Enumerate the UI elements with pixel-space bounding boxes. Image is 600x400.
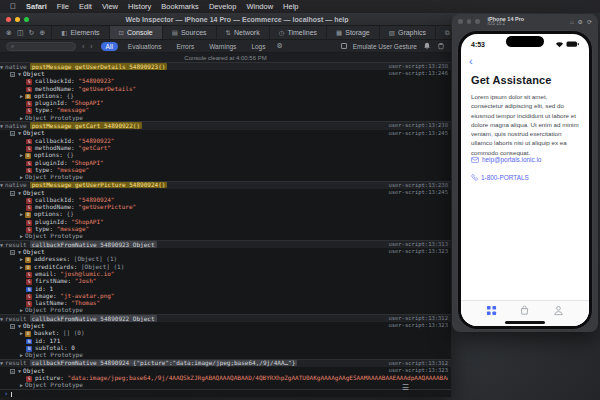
dock-side-icon[interactable]: ◫	[17, 29, 24, 37]
expand-caret-icon[interactable]: ▼	[18, 190, 21, 196]
console-prompt[interactable]: ›	[0, 390, 451, 397]
scope-all[interactable]: All	[101, 42, 118, 51]
console-settings-gear-icon[interactable]: ⚙	[276, 42, 282, 50]
expand-caret-icon[interactable]: ▶	[20, 115, 23, 121]
source-link[interactable]: user-script:13:323	[388, 248, 448, 255]
expand-caret-icon[interactable]: ▶	[20, 256, 23, 262]
tab-account-person-icon[interactable]	[553, 305, 564, 316]
menu-item-history[interactable]: History	[128, 2, 151, 11]
inspector-titlebar[interactable]: Web Inspector — iPhone 14 Pro — Ecommerc…	[0, 13, 451, 26]
object-property-row[interactable]: NsubTotal: 0	[0, 344, 451, 351]
object-property-row[interactable]: SpluginId: "ShopAPI"	[0, 159, 451, 166]
expand-caret-icon[interactable]: ▶	[20, 233, 23, 239]
expand-caret-icon[interactable]: ▼	[18, 130, 21, 136]
source-link[interactable]: user-script:13:246	[388, 70, 448, 77]
object-property-row[interactable]: ScallbackId: "54890924"	[0, 196, 451, 203]
scope-errors[interactable]: Errors	[171, 42, 199, 51]
menu-item-edit[interactable]: Edit	[79, 2, 92, 11]
object-prototype-row[interactable]: ▶Object Prototype	[0, 173, 451, 180]
object-prototype-row[interactable]: ▶Object Prototype	[0, 307, 451, 314]
expand-caret-icon[interactable]: ▶	[20, 93, 23, 99]
expand-caret-icon[interactable]: ▶	[20, 382, 23, 388]
window-controls[interactable]	[6, 17, 29, 22]
reload-icon[interactable]: ↻	[29, 29, 35, 37]
menu-item-window[interactable]: Window	[246, 2, 273, 11]
menu-item-app[interactable]: Safari	[26, 2, 47, 11]
expand-caret-icon[interactable]: ▼	[0, 360, 3, 366]
trash-icon[interactable]	[437, 42, 445, 50]
object-property-row[interactable]: SlastName: "Thomas"	[0, 300, 451, 307]
tab-elements[interactable]: ◧Elements	[51, 26, 108, 39]
object-property-row[interactable]: Nid: 1	[0, 285, 451, 292]
expand-caret-icon[interactable]: ▶	[20, 174, 23, 180]
device-target-icon[interactable]: ⊕	[39, 29, 45, 37]
source-link[interactable]: user-script:13:312	[388, 360, 448, 367]
log-header-row[interactable]: ▼resultcallbackFromNative 54890923 Objec…	[0, 241, 451, 248]
log-header-row[interactable]: ▼resultcallbackFromNative 54890924 {"pic…	[0, 360, 451, 367]
expand-caret-icon[interactable]: ▼	[18, 71, 21, 77]
object-root-row[interactable]: ≡▼Objectuser-script:13:245	[0, 189, 451, 196]
close-inspector-icon[interactable]: ⊗	[6, 29, 12, 37]
object-root-row[interactable]: ≡▼Objectuser-script:13:323	[0, 248, 451, 255]
object-root-row[interactable]: ≡▼Objectuser-script:13:246	[0, 70, 451, 77]
object-property-row[interactable]: ScallbackId: "54890923"	[0, 78, 451, 85]
object-property-row[interactable]: ▶Ooptions: {}	[0, 211, 451, 218]
back-chevron-icon[interactable]: ‹	[469, 56, 473, 66]
phone-link[interactable]: 1-800-PORTALS	[471, 174, 529, 181]
menu-item-develop[interactable]: Develop	[209, 2, 237, 11]
tab-timelines[interactable]: ◷Timelines	[269, 26, 326, 39]
sim-close-button[interactable]	[458, 19, 463, 24]
tab-network[interactable]: ⇅Network	[216, 26, 269, 39]
object-property-row[interactable]: ▶Ooptions: {}	[0, 152, 451, 159]
object-property-row[interactable]: SfirstName: "Josh"	[0, 278, 451, 285]
source-link[interactable]: user-script:13:313	[388, 241, 448, 248]
object-property-row[interactable]: SpluginId: "ShopAPI"	[0, 218, 451, 225]
tab-shopping-bag-icon[interactable]	[519, 305, 530, 316]
expand-caret-icon[interactable]: ▼	[0, 64, 3, 70]
tab-home-grid-icon[interactable]	[486, 305, 497, 316]
sim-zoom-button[interactable]	[475, 19, 480, 24]
console-filter-input[interactable]: ⌕	[6, 42, 76, 51]
expand-caret-icon[interactable]: ▶	[20, 152, 23, 158]
log-header-row[interactable]: ▼resultcallbackFromNative 54890922 Objec…	[0, 315, 451, 322]
emulate-user-gesture-checkbox[interactable]	[341, 43, 347, 49]
prev-next-icons[interactable]: ‹ ›	[82, 43, 95, 50]
expand-caret-icon[interactable]: ▶	[20, 211, 23, 217]
simulator-titlebar[interactable]: iPhone 14 Pro iOS 16.2 ⌂ ⚙ ⟳	[452, 14, 598, 29]
menu-item-bookmarks[interactable]: Bookmarks	[161, 2, 199, 11]
source-link[interactable]: user-script:13:245	[388, 130, 448, 137]
tab-layers[interactable]: ⧉Layers	[435, 26, 451, 39]
log-header-row[interactable]: ▼nativepostMessage getUserDetails 548909…	[0, 63, 451, 70]
object-property-row[interactable]: Simage: "jt-avatar.png"	[0, 292, 451, 299]
source-link[interactable]: user-script:13:312	[388, 315, 448, 322]
object-property-row[interactable]: SmethodName: "getUserPicture"	[0, 204, 451, 211]
tab-graphics[interactable]: ▧Graphics	[379, 26, 435, 39]
menu-item-help[interactable]: Help	[283, 2, 298, 11]
object-property-row[interactable]: Semail: "josh@lumic.io"	[0, 270, 451, 277]
object-prototype-row[interactable]: ▶Object Prototype	[0, 352, 451, 359]
bell-icon[interactable]	[423, 42, 431, 50]
expand-caret-icon[interactable]: ▶	[20, 330, 23, 336]
object-prototype-row[interactable]: ▶Object Prototype	[0, 233, 451, 240]
sim-minimize-button[interactable]	[467, 19, 472, 24]
tab-sources[interactable]: ▤Sources	[162, 26, 216, 39]
object-property-row[interactable]: ScallbackId: "54890922"	[0, 137, 451, 144]
object-property-row[interactable]: SmethodName: "getCart"	[0, 144, 451, 151]
expand-caret-icon[interactable]: ▼	[0, 123, 3, 129]
scope-evaluations[interactable]: Evaluations	[123, 42, 167, 51]
home-indicator[interactable]	[505, 321, 545, 324]
object-property-row[interactable]: SpluginId: "ShopAPI"	[0, 99, 451, 106]
log-header-row[interactable]: ▼nativepostMessage getCart 54890922()use…	[0, 122, 451, 129]
expand-caret-icon[interactable]: ▶	[20, 307, 23, 313]
expand-caret-icon[interactable]: ▼	[18, 323, 21, 329]
object-property-row[interactable]: Spicture: "data:image/jpeg;base64,/9j/4A…	[0, 374, 451, 381]
object-property-row[interactable]: Nid: 171	[0, 337, 451, 344]
expand-caret-icon[interactable]: ▶	[20, 264, 23, 270]
object-prototype-row[interactable]: ▶Object Prototype	[0, 114, 451, 121]
source-link[interactable]: user-script:13:323	[388, 322, 448, 329]
menu-item-view[interactable]: View	[102, 2, 118, 11]
object-property-row[interactable]: ▶Obasket: [] (0)	[0, 330, 451, 337]
object-property-row[interactable]: Stype: "message"	[0, 226, 451, 233]
tab-storage[interactable]: ▦Storage	[326, 26, 379, 39]
source-link[interactable]: user-script:13:238	[388, 122, 448, 129]
